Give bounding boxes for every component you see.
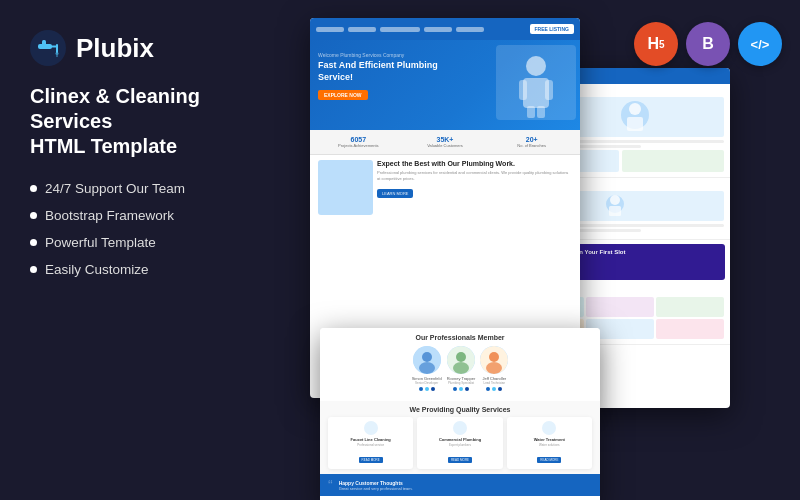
services-row: Faucet Line Cleaning Professional servic… — [328, 417, 592, 469]
bootstrap-badge: B — [686, 22, 730, 66]
list-item: Easily Customize — [30, 262, 280, 277]
stat-1: 6057 Projects Achievements — [318, 136, 399, 148]
gallery-item — [586, 297, 654, 317]
section-title: Expect the Best with Our Plumbing Work. — [377, 160, 572, 167]
social-dot — [431, 387, 435, 391]
svg-point-7 — [526, 56, 546, 76]
service-desc: Professional service — [332, 443, 409, 447]
tagline-line2: HTML Template — [30, 134, 280, 159]
learn-more-btn[interactable]: LEARN MORE — [377, 189, 413, 198]
nav-dot — [456, 27, 484, 32]
nav-dot — [380, 27, 420, 32]
svg-point-23 — [419, 362, 435, 374]
approach-svg — [575, 191, 665, 221]
member-role: Lead Technician — [480, 381, 508, 385]
svg-rect-2 — [50, 46, 57, 48]
svg-rect-11 — [527, 106, 535, 118]
svg-point-22 — [422, 352, 432, 362]
bullet-icon — [30, 239, 37, 246]
social-dot — [486, 387, 490, 391]
mock-section-row: Expect the Best with Our Plumbing Work. … — [310, 155, 580, 220]
service-card-2: Commercial Plumbing Expert plumbers READ… — [417, 417, 502, 469]
tagline-line1: Clinex & Cleaning Services — [30, 84, 280, 134]
social-dots — [447, 387, 476, 391]
list-item: Bootstrap Framework — [30, 208, 280, 223]
mock-hero: Welcome Plumbing Services Company Fast A… — [310, 40, 580, 130]
social-dot — [419, 387, 423, 391]
svg-point-19 — [610, 195, 620, 205]
list-item: Powerful Template — [30, 235, 280, 250]
stat-label: Projects Achievements — [318, 143, 399, 148]
hero-worker-image — [496, 45, 576, 120]
testimonial-text: Great service and very professional team… — [339, 486, 413, 491]
mock-navbar: FREE LISTING — [310, 18, 580, 40]
svg-point-15 — [629, 103, 641, 115]
bullet-icon — [30, 185, 37, 192]
avatar-svg — [447, 346, 475, 374]
avatar-1 — [413, 346, 441, 374]
preview-bottom: Our Professionals Member Simon Greenfeld — [320, 328, 600, 500]
avatar-3 — [480, 346, 508, 374]
mock3-testimonial: “ Happy Customer Thoughts Great service … — [320, 474, 600, 496]
service-btn[interactable]: READ MORE — [537, 457, 561, 463]
svg-rect-13 — [575, 97, 665, 137]
list-item: 24/7 Support Our Team — [30, 181, 280, 196]
services-title: We Providing Quality Services — [328, 406, 592, 413]
avatar-svg — [413, 346, 441, 374]
logo-row: Plubix — [30, 30, 280, 66]
badges-row: H5 B </> — [634, 22, 782, 66]
service-icon-2 — [453, 421, 467, 435]
svg-rect-9 — [519, 80, 527, 100]
nav-dot — [348, 27, 376, 32]
code-badge: </> — [738, 22, 782, 66]
service-btn[interactable]: READ MORE — [448, 457, 472, 463]
service-name: Faucet Line Cleaning — [332, 437, 409, 442]
svg-rect-6 — [42, 40, 46, 45]
logo-text: Plubix — [76, 33, 154, 64]
stat-label: Valuable Customers — [405, 143, 486, 148]
testimonial-content: Happy Customer Thoughts Great service an… — [339, 480, 413, 491]
svg-rect-12 — [537, 106, 545, 118]
social-dots — [480, 387, 508, 391]
svg-point-25 — [456, 352, 466, 362]
section-image — [318, 160, 373, 215]
avatar-svg — [480, 346, 508, 374]
svg-rect-20 — [609, 206, 621, 216]
preview-stack: FREE LISTING Welcome Plumbing Services C… — [310, 18, 720, 478]
stat-label: No. of Branches — [491, 143, 572, 148]
social-dot — [498, 387, 502, 391]
nav-dot — [316, 27, 344, 32]
team-title: Our Professionals Member — [328, 334, 592, 341]
mission-svg — [575, 97, 665, 137]
team-member-2: Rooney Trapper Plumbing Specialist — [447, 346, 476, 391]
stat-number: 20+ — [491, 136, 572, 143]
svg-point-29 — [486, 362, 502, 374]
member-role: Plumbing Specialist — [447, 381, 476, 385]
mock-stats: 6057 Projects Achievements 35K+ Valuable… — [310, 130, 580, 155]
quote-icon: “ — [328, 478, 333, 492]
team-row: Simon Greenfeld Senior Developer — [328, 346, 592, 391]
service-card-1: Faucet Line Cleaning Professional servic… — [328, 417, 413, 469]
stat-3: 20+ No. of Branches — [491, 136, 572, 148]
social-dots — [412, 387, 442, 391]
service-desc: Expert plumbers — [421, 443, 498, 447]
mock3-team-section: Our Professionals Member Simon Greenfeld — [320, 328, 600, 401]
svg-rect-3 — [56, 44, 58, 53]
hero-cta-button[interactable]: EXPLORE NOW — [318, 90, 368, 100]
stat-2: 35K+ Valuable Customers — [405, 136, 486, 148]
social-dot — [425, 387, 429, 391]
svg-rect-16 — [627, 117, 643, 131]
social-dot — [459, 387, 463, 391]
bullet-icon — [30, 212, 37, 219]
main-container: Plubix Clinex & Cleaning Services HTML T… — [0, 0, 800, 500]
service-btn[interactable]: READ MORE — [359, 457, 383, 463]
html5-badge: H5 — [634, 22, 678, 66]
service-icon-1 — [364, 421, 378, 435]
social-dot — [453, 387, 457, 391]
service-desc: Water solutions — [511, 443, 588, 447]
stat-number: 6057 — [318, 136, 399, 143]
features-list: 24/7 Support Our Team Bootstrap Framewor… — [30, 181, 280, 289]
gallery-item — [656, 319, 724, 339]
section-desc: Professional plumbing services for resid… — [377, 170, 572, 181]
sub-image — [622, 150, 725, 172]
